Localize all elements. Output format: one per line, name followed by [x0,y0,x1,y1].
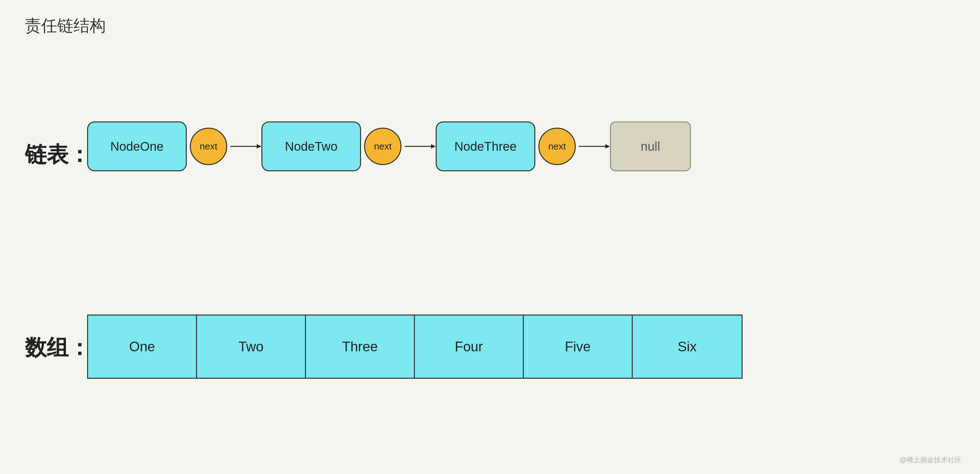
linked-list-label: 链表： [25,140,90,169]
arrow-1 [230,142,261,151]
array-cell-0: One [88,316,197,378]
array-cell-4: Five [524,316,633,378]
array-cell-1: Two [197,316,306,378]
next-circle-1: next [190,128,227,165]
linked-list-diagram: NodeOne next NodeTwo next NodeThree next… [87,121,691,171]
array-cell-5: Six [633,316,741,378]
svg-marker-1 [257,144,261,148]
arrow-3 [579,142,610,151]
array-cell-2: Three [306,316,415,378]
node-three-box: NodeThree [436,121,535,171]
svg-marker-5 [605,144,610,148]
arrow-2 [404,142,436,151]
svg-marker-3 [431,144,436,148]
node-two-box: NodeTwo [261,121,361,171]
watermark: @稀土掘金技术社区 [900,455,961,464]
node-one-box: NodeOne [87,121,187,171]
null-box: null [610,121,691,171]
page-title: 责任链结构 [25,15,106,37]
next-circle-2: next [364,128,401,165]
array-label: 数组： [25,333,90,362]
next-circle-3: next [538,128,576,165]
array-diagram: One Two Three Four Five Six [87,314,743,379]
array-cell-3: Four [415,316,524,378]
